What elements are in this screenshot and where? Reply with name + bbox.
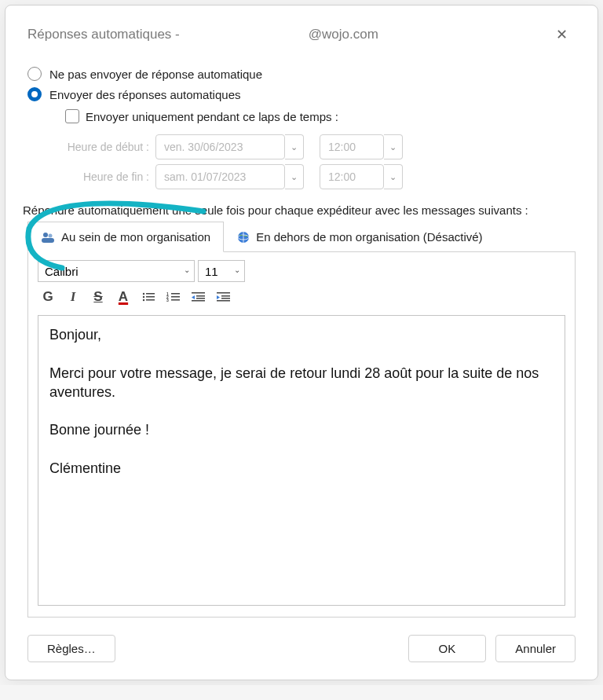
svg-rect-22 — [217, 292, 230, 294]
svg-point-1 — [49, 233, 53, 237]
svg-rect-8 — [146, 296, 155, 298]
svg-point-5 — [143, 293, 144, 295]
globe-icon — [237, 231, 250, 244]
radio-send[interactable]: Envoyer des réponses automatiques — [27, 87, 576, 101]
close-icon[interactable]: ✕ — [548, 23, 576, 46]
radio-dont-send[interactable]: Ne pas envoyer de réponse automatique — [27, 67, 576, 81]
cancel-button[interactable]: Annuler — [495, 635, 576, 662]
font-family-select[interactable]: Calibri ⌄ — [38, 260, 195, 282]
title-prefix: Réponses automatiques - — [27, 27, 180, 42]
tab-inside-label: Au sein de mon organisation — [61, 230, 210, 244]
svg-rect-6 — [146, 293, 155, 295]
dialog-footer: Règles… OK Annuler — [27, 635, 576, 662]
font-size-select[interactable]: 11 ⌄ — [198, 260, 245, 282]
svg-point-7 — [143, 296, 144, 298]
end-time-row: Heure de fin : sam. 01/07/2023 ⌄ 12:00 ⌄ — [65, 164, 576, 189]
svg-marker-18 — [192, 295, 195, 299]
svg-rect-25 — [221, 298, 230, 299]
message-textarea[interactable]: Bonjour, Merci pour votre message, je se… — [38, 315, 565, 606]
title-suffix: @wojo.com — [309, 27, 378, 42]
svg-rect-24 — [221, 295, 230, 297]
underline-button[interactable]: S — [88, 288, 108, 306]
end-date-field[interactable]: sam. 01/07/2023 — [155, 164, 285, 189]
numbered-list-button[interactable]: 123 — [163, 288, 184, 306]
format-toolbar: G I S A 123 — [38, 288, 565, 306]
svg-marker-23 — [217, 295, 220, 299]
start-time-row: Heure de début : ven. 30/06/2023 ⌄ 12:00… — [65, 134, 576, 159]
tab-outside-label: En dehors de mon organisation (Désactivé… — [256, 230, 483, 244]
radio-send-label: Envoyer des réponses automatiques — [49, 88, 240, 101]
chevron-down-icon[interactable]: ⌄ — [285, 164, 304, 189]
svg-rect-16 — [171, 299, 180, 301]
svg-rect-14 — [171, 296, 180, 298]
italic-button[interactable]: I — [63, 288, 83, 306]
outdent-button[interactable] — [188, 288, 209, 306]
radio-dont-send-label: Ne pas envoyer de réponse automatique — [49, 68, 262, 81]
section-label: Répondre automatiquement une seule fois … — [23, 203, 576, 217]
font-size-value: 11 — [205, 265, 218, 278]
titlebar: Réponses automatiques - @wojo.com ✕ — [27, 20, 576, 46]
end-time-label: Heure de fin : — [65, 170, 155, 183]
font-controls: Calibri ⌄ 11 ⌄ — [38, 260, 565, 282]
radio-unchecked-icon — [27, 67, 42, 81]
people-icon — [41, 231, 55, 244]
start-time-label: Heure de début : — [65, 141, 155, 153]
start-date-field[interactable]: ven. 30/06/2023 — [155, 134, 285, 159]
svg-point-9 — [143, 299, 144, 301]
chevron-down-icon: ⌄ — [234, 266, 240, 274]
org-tabs: Au sein de mon organisation En dehors de… — [27, 222, 576, 252]
ok-button[interactable]: OK — [408, 635, 487, 662]
tab-inside-org[interactable]: Au sein de mon organisation — [27, 222, 224, 252]
font-color-button[interactable]: A — [113, 288, 133, 306]
start-time-field[interactable]: 12:00 — [320, 134, 384, 159]
svg-rect-12 — [171, 293, 180, 295]
svg-point-0 — [43, 233, 48, 237]
chevron-down-icon[interactable]: ⌄ — [384, 134, 403, 159]
svg-text:3: 3 — [166, 298, 169, 302]
svg-rect-19 — [196, 295, 205, 297]
send-options: Envoyer uniquement pendant ce laps de te… — [65, 109, 576, 189]
svg-rect-17 — [192, 292, 205, 294]
chevron-down-icon[interactable]: ⌄ — [384, 164, 403, 189]
dialog-title: Réponses automatiques - @wojo.com — [27, 27, 378, 42]
svg-rect-26 — [217, 300, 230, 302]
checkbox-timerange-label: Envoyer uniquement pendant ce laps de te… — [86, 110, 338, 123]
radio-checked-icon — [27, 87, 42, 101]
rules-button[interactable]: Règles… — [27, 635, 115, 662]
checkbox-timerange[interactable]: Envoyer uniquement pendant ce laps de te… — [65, 109, 576, 123]
checkbox-icon — [65, 109, 79, 123]
tab-outside-org[interactable]: En dehors de mon organisation (Désactivé… — [224, 222, 496, 252]
bullet-list-button[interactable] — [138, 288, 159, 306]
message-editor: Calibri ⌄ 11 ⌄ G I S A 123 — [27, 251, 576, 618]
svg-rect-21 — [192, 300, 205, 302]
svg-rect-2 — [42, 238, 54, 243]
autoreply-dialog: Réponses automatiques - @wojo.com ✕ Ne p… — [5, 5, 598, 680]
end-time-field[interactable]: 12:00 — [320, 164, 384, 189]
bold-button[interactable]: G — [38, 288, 58, 306]
indent-button[interactable] — [214, 288, 234, 306]
font-family-value: Calibri — [45, 265, 79, 278]
svg-rect-10 — [146, 299, 155, 301]
chevron-down-icon: ⌄ — [184, 266, 190, 274]
chevron-down-icon[interactable]: ⌄ — [285, 134, 304, 159]
svg-rect-20 — [196, 298, 205, 299]
